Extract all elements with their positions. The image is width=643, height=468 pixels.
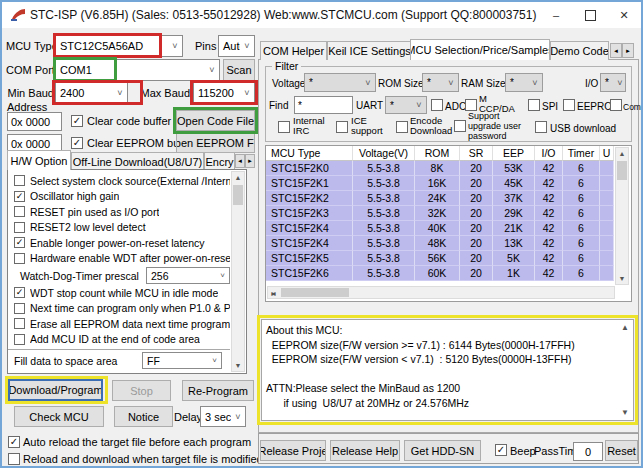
encode-download-checkbox[interactable] [396, 121, 408, 133]
release-project-button[interactable]: Release Proje [260, 440, 326, 461]
tab-scroll-right-icon[interactable]: ► [622, 43, 634, 58]
tab-com-helper[interactable]: COM Helper [260, 41, 327, 60]
voltage-select[interactable]: * ˅ [304, 73, 376, 92]
reset-button[interactable]: Reset [605, 440, 638, 461]
check-mcu-button[interactable]: Check MCU [14, 406, 104, 427]
io-select[interactable]: * ˅ [600, 73, 626, 92]
tab-keil-ice-settings[interactable]: Keil ICE Settings [327, 41, 412, 60]
passtimes-input[interactable]: 0 [573, 442, 603, 461]
tab-hw-option[interactable]: H/W Option [7, 150, 71, 170]
tab-mcu-selection[interactable]: MCU Selection/Price/Samples [410, 39, 550, 60]
scroll-right-icon[interactable]: ► [268, 287, 279, 298]
scroll-down-icon[interactable]: ▼ [232, 360, 244, 371]
column-header[interactable]: Voltage(V) [353, 146, 415, 161]
hw-option-4[interactable]: ✓Enable longer power-on-reset latency [8, 235, 230, 251]
comparator-checkbox[interactable] [610, 99, 622, 111]
tab-scroll-left-icon[interactable]: ◄ [235, 154, 245, 168]
hw-option-8[interactable]: Next time can program only when P1.0 & P… [8, 301, 230, 317]
table-row[interactable]: STC15F2K55.5-3.856K205K426 [266, 251, 631, 266]
scroll-thumb[interactable] [233, 185, 243, 205]
table-vscrollbar[interactable]: ▲ ▼ [615, 147, 629, 285]
get-hdd-sn-button[interactable]: Get HDD-SN [404, 440, 481, 461]
min-baud-select[interactable]: 2400 ˅ [55, 82, 128, 104]
tab-demo-code[interactable]: Demo Code [550, 41, 609, 60]
table-row[interactable]: STC15F2K15.5-3.816K2045K426 [266, 176, 631, 191]
pins-select[interactable]: Auto ˅ [218, 35, 255, 57]
mcu-type-select[interactable]: STC12C5A56AD ˅ [55, 35, 183, 57]
clear-eeprom-checkbox[interactable]: ✓ [71, 137, 83, 149]
tab-encrypt[interactable]: Encry [204, 152, 235, 170]
fill-data-select[interactable]: FF ˅ [142, 352, 222, 369]
table-row[interactable]: STC15F2K65.5-3.860K201K426 [266, 266, 631, 281]
hw-option-2[interactable]: RESET pin used as I/O port [8, 204, 230, 220]
support-upgrade-checkbox[interactable] [454, 120, 466, 132]
column-header[interactable]: I/O [535, 146, 563, 161]
spi-checkbox[interactable] [528, 99, 540, 111]
column-header[interactable]: U [600, 146, 614, 161]
option-checkbox[interactable] [14, 222, 25, 233]
option-checkbox[interactable]: ✓ [14, 287, 25, 298]
clear-code-checkbox[interactable]: ✓ [71, 115, 83, 127]
minimize-button[interactable]: – [539, 2, 573, 28]
open-code-file-button[interactable]: Open Code File [176, 110, 255, 131]
max-baud-select[interactable]: 115200 ˅ [193, 82, 255, 104]
option-checkbox[interactable]: ✓ [14, 191, 25, 202]
hw-option-7[interactable]: ✓WDT stop count while MCU in idle mode [8, 285, 230, 301]
column-header[interactable]: EEP [493, 146, 535, 161]
usb-download-checkbox[interactable] [535, 121, 547, 133]
delay-select[interactable]: 3 sec ˅ [200, 406, 246, 427]
watchdog-prescale-select[interactable]: 256˅ [146, 267, 230, 284]
hw-option-0[interactable]: Select system clock source(External /Int… [8, 173, 230, 189]
uart-select[interactable]: * ˅ [385, 96, 427, 114]
beep-checkbox[interactable]: ✓ [495, 444, 507, 456]
stop-button[interactable]: Stop [112, 380, 171, 401]
ram-size-select[interactable]: * ˅ [505, 73, 543, 92]
rom-size-select[interactable]: * ˅ [422, 73, 459, 92]
hw-option-3[interactable]: RESET2 low level detect [8, 220, 230, 236]
adc-checkbox[interactable] [431, 99, 443, 111]
column-header[interactable]: ROM [415, 146, 460, 161]
com-port-select[interactable]: COM1 ˅ [55, 59, 220, 81]
watchdog-prescale-row[interactable]: Watch-Dog-Timer prescal256˅ [8, 266, 230, 285]
code-address-input[interactable]: 0x 0000 [7, 112, 62, 131]
table-row[interactable]: STC15F2K25.5-3.824K2037K426 [266, 191, 631, 206]
auto-reload-checkbox[interactable]: ✓ [8, 436, 20, 448]
scroll-down-icon[interactable]: ▼ [616, 273, 628, 284]
internal-irc-checkbox[interactable] [278, 121, 290, 133]
notice-button[interactable]: Notice [114, 406, 173, 427]
ice-support-checkbox[interactable] [336, 121, 348, 133]
scroll-down-icon[interactable]: ▼ [621, 408, 629, 417]
option-checkbox[interactable] [14, 253, 25, 264]
scroll-up-icon[interactable]: ▲ [232, 172, 244, 183]
option-checkbox[interactable] [14, 206, 25, 217]
table-row[interactable]: STC15F2K05.5-3.88K2053K426 [266, 161, 631, 176]
tab-scroll-left-icon[interactable]: ◄ [610, 43, 622, 58]
tab-offline-download[interactable]: Off-Line Download(U8/U7) [71, 152, 204, 170]
option-checkbox[interactable]: ✓ [14, 237, 25, 248]
option-checkbox[interactable] [14, 303, 25, 314]
option-checkbox[interactable] [14, 318, 25, 329]
find-input[interactable]: * [294, 96, 353, 114]
hw-option-5[interactable]: Hardware enable WDT after power-on-reset [8, 251, 230, 267]
eeprom-checkbox[interactable] [563, 99, 575, 111]
table-row[interactable]: STC15F2K35.5-3.832K2029K426 [266, 206, 631, 221]
column-header[interactable]: Timer [563, 146, 600, 161]
option-checkbox[interactable] [14, 175, 25, 186]
scroll-up-icon[interactable]: ▲ [616, 148, 628, 159]
scroll-thumb[interactable] [281, 288, 349, 297]
table-row[interactable]: STC15F2K45.5-3.840K2021K426 [266, 221, 631, 236]
mccp-checkbox[interactable] [465, 99, 477, 111]
column-header[interactable]: SR [460, 146, 493, 161]
re-program-button[interactable]: Re-Program [182, 380, 254, 401]
reload-modified-checkbox[interactable] [8, 453, 20, 465]
open-eeprom-file-button[interactable]: Open EEPROM File [176, 132, 255, 153]
hw-option-1[interactable]: ✓Oscillator high gain [8, 189, 230, 205]
option-checkbox[interactable] [14, 334, 25, 345]
close-button[interactable]: ✕ [607, 2, 641, 28]
hw-option-10[interactable]: Add MCU ID at the end of code area [8, 332, 230, 348]
column-header[interactable]: MCU Type [266, 146, 353, 161]
hw-option-9[interactable]: Erase all EEPROM data next time program … [8, 316, 230, 332]
download-program-button[interactable]: Download/Program [8, 379, 103, 401]
table-hscrollbar[interactable]: ◄ ► [267, 286, 615, 299]
scroll-up-icon[interactable]: ▲ [621, 323, 629, 332]
